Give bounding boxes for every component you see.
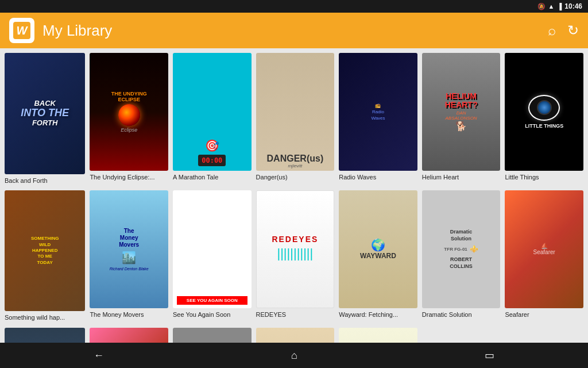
book-item-marathon-tale[interactable]: 🎯 00:00 A Marathon Tale	[173, 53, 252, 185]
status-icons: 🔕 ▲ ▐ 10:46	[537, 2, 582, 10]
book-title-wayward: Wayward: Fetching...	[339, 310, 417, 319]
book-item-wayward[interactable]: 🌍 WAYWARD Wayward: Fetching...	[339, 190, 417, 322]
book-item-redeyes[interactable]: REDEYES ||||||||||| REDEYES	[256, 190, 335, 322]
book-item-back-forth[interactable]: BACKINTO THEFORTHBack and Forth	[5, 53, 85, 185]
book-item-grey[interactable]	[173, 328, 252, 343]
book-title-radio-waves: Radio Waves	[339, 173, 417, 181]
mute-icon: 🔕	[537, 3, 546, 10]
book-item-seafarer[interactable]: ⛵SeafarerSeafarer	[505, 190, 583, 322]
wifi-icon: ▲	[548, 3, 555, 10]
book-item-little-things[interactable]: LITTLE THINGS Little Things	[505, 53, 583, 185]
status-bar: 🔕 ▲ ▐ 10:46	[0, 0, 588, 13]
book-item-see-you[interactable]: SEE YOU AGAIN SOON See You Again Soon	[173, 190, 252, 322]
book-title-undying-eclipse: The Undying Eclipse:...	[90, 173, 168, 181]
book-item-undying-eclipse[interactable]: THE UNDYINGECLIPSE Eclipse The Undying E…	[90, 53, 168, 185]
book-item-deep-end[interactable]: The Deep EndThe Deep End	[90, 328, 168, 343]
book-title-redeyes: REDEYES	[256, 310, 335, 319]
book-item-money-movers[interactable]: TheMoneyMovers 🏙️ Richard Denton Blake T…	[90, 190, 168, 322]
book-item-aquifers[interactable]: The Aquifersof MarsThe Aquifers of Mars	[256, 328, 335, 343]
book-title-dramatic: Dramatic Solution	[422, 310, 501, 319]
logo-inner: W	[13, 22, 30, 39]
book-title-back-forth: Back and Forth	[5, 177, 85, 185]
content-area: BACKINTO THEFORTHBack and Forth THE UNDY…	[0, 48, 588, 343]
book-item-dramatic[interactable]: DramaticSolution TFR FG-01 ⚜️ ROBERTCOLL…	[422, 190, 501, 322]
wattpad-logo: W	[9, 18, 34, 43]
book-title-see-you: See You Again Soon	[173, 310, 252, 319]
book-title-helium-heart: Helium Heart	[422, 173, 501, 181]
book-item-hundred-year[interactable]: THEHUNDREDYEARMANTHE HUNDRED YEAR MAN	[5, 328, 85, 343]
book-item-dangerous[interactable]: DANGER(us) mjlevitt Danger(us)	[256, 53, 335, 185]
book-item-radio-waves[interactable]: 📻RadioWavesRadio Waves	[339, 53, 417, 185]
page-title: My Library	[42, 22, 540, 40]
bottom-nav: ← ⌂ ▭	[0, 343, 588, 368]
battery-icon: ▐	[558, 3, 562, 10]
top-bar-actions: ⌕ ↻	[548, 22, 579, 39]
book-title-something-wild: Something wild hap...	[5, 313, 85, 321]
top-bar: W My Library ⌕ ↻	[0, 13, 588, 48]
book-item-howfar[interactable]: 🎩 How far is too far? How too	[339, 328, 417, 343]
book-title-marathon-tale: A Marathon Tale	[173, 173, 252, 181]
book-item-helium-heart[interactable]: HELIUMHEART? DANABSALONSON 🐕 Helium Hear…	[422, 53, 501, 185]
book-title-seafarer: Seafarer	[505, 310, 583, 319]
book-title-money-movers: The Money Movers	[90, 310, 168, 319]
home-button[interactable]: ⌂	[280, 346, 309, 365]
logo-w: W	[17, 25, 28, 36]
back-button[interactable]: ←	[82, 346, 115, 365]
recent-button[interactable]: ▭	[473, 346, 506, 365]
book-item-something-wild[interactable]: SOMETHINGWILDHAPPENEDTO METODAYSomething…	[5, 190, 85, 322]
search-icon[interactable]: ⌕	[548, 22, 556, 39]
status-time: 10:46	[564, 2, 582, 10]
refresh-icon[interactable]: ↻	[567, 22, 579, 39]
book-title-dangerous: Danger(us)	[256, 173, 335, 181]
book-title-little-things: Little Things	[505, 173, 583, 181]
book-grid: BACKINTO THEFORTHBack and Forth THE UNDY…	[5, 53, 583, 343]
